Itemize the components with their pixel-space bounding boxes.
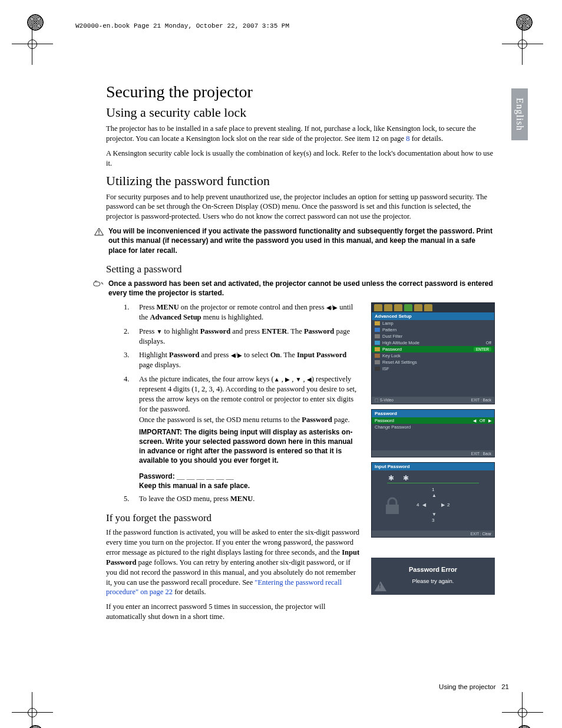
ornament xyxy=(516,725,533,728)
page-title: Securing the projector xyxy=(106,83,495,101)
svg-rect-4 xyxy=(386,505,399,514)
ornament xyxy=(27,14,44,31)
page-header-meta: W20000-en.book Page 21 Monday, October 2… xyxy=(75,22,289,29)
osd-screenshot-input-password: Input Password ✱ ✱ 1 ▲ 2 ▶ 3 ▼ 4 ◀ xyxy=(371,462,495,538)
keep-text: Keep this manual in a safe place. xyxy=(139,481,361,490)
body-text: If the password function is activated, y… xyxy=(106,528,361,597)
lock-icon xyxy=(384,496,401,515)
registration-mark xyxy=(513,703,533,723)
section-heading: Using a security cable lock xyxy=(106,105,495,120)
svg-point-1 xyxy=(98,233,100,235)
svg-text:✎: ✎ xyxy=(101,281,104,285)
ornament xyxy=(516,14,533,31)
important-text: IMPORTANT: The digits being input will d… xyxy=(139,427,361,466)
registration-mark xyxy=(22,703,42,723)
body-text: If you enter an incorrect password 5 tim… xyxy=(106,602,361,622)
subsection-heading: Setting a password xyxy=(106,263,495,275)
registration-mark xyxy=(513,34,533,54)
osd-screenshot-password-error: Password Error Please try again. ! xyxy=(371,558,495,595)
steps-list: 1.Press MENU on the projector or remote … xyxy=(124,302,361,504)
body-text: For security purposes and to help preven… xyxy=(106,192,495,222)
osd-screenshot-password: Password Password◀ Off ▶ Change Password… xyxy=(371,409,495,457)
ornament xyxy=(27,725,44,728)
section-heading: Utilizing the password function xyxy=(106,173,495,189)
page-footer: Using the projector 21 xyxy=(439,683,509,690)
subsection-heading: If you forget the password xyxy=(106,512,361,524)
warning-text: You will be inconvenienced if you activa… xyxy=(108,226,495,255)
warning-icon xyxy=(94,228,104,236)
password-blank: Password: __ __ __ __ __ __ xyxy=(139,472,361,481)
registration-mark xyxy=(22,34,42,54)
body-text: The projector has to be installed in a s… xyxy=(106,124,495,144)
language-tab: English xyxy=(511,88,528,140)
note-icon: ✎ xyxy=(93,279,104,288)
osd-screenshot-advanced-setup: Advanced Setup Lamp Pattern Dust Filter … xyxy=(371,302,495,404)
note-text: Once a password has been set and activat… xyxy=(108,279,495,298)
body-text: A Kensington security cable lock is usua… xyxy=(106,149,495,169)
svg-rect-2 xyxy=(94,282,100,286)
